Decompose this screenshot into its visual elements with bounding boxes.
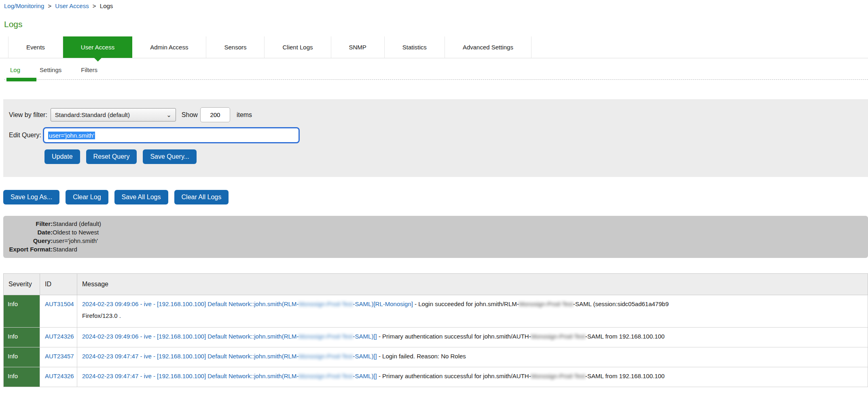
view-by-filter-label: View by filter: xyxy=(9,111,47,119)
summary-value: Standard (default) xyxy=(53,220,101,227)
summary-value: Oldest to Newest xyxy=(53,229,99,236)
chevron-down-icon: ⌄ xyxy=(166,113,171,117)
table-row: InfoAUT234572024-02-23 09:47:47 - ive - … xyxy=(4,347,868,367)
log-message: 2024-02-23 09:47:47 - ive - [192.168.100… xyxy=(77,347,868,367)
log-buttons: Save Log As...Clear LogSave All LogsClea… xyxy=(3,190,868,204)
log-id-link[interactable]: AUT31504 xyxy=(45,300,74,307)
tab-sensors[interactable]: Sensors xyxy=(206,36,265,58)
log-id-link[interactable]: AUT23457 xyxy=(45,353,74,360)
log-message-line: 2024-02-23 09:49:06 - ive - [192.168.100… xyxy=(82,298,863,310)
tab-snmp[interactable]: SNMP xyxy=(331,36,385,58)
log-table: SeverityIDMessage InfoAUT315042024-02-23… xyxy=(3,273,868,387)
severity-badge: Info xyxy=(4,367,40,387)
log-message-text: -SAML from 192.168.100.100 xyxy=(585,373,665,379)
tab-admin-access[interactable]: Admin Access xyxy=(132,36,206,58)
save-query-button[interactable]: Save Query... xyxy=(143,149,197,164)
show-label: Show xyxy=(182,111,198,119)
breadcrumb-separator: > xyxy=(91,2,98,9)
view-by-filter-select[interactable]: Standard:Standard (default) ⌄ xyxy=(51,108,176,121)
filter-summary: Filter:Standard (default)Date:Oldest to … xyxy=(3,216,868,258)
breadcrumb-user-access[interactable]: User Access xyxy=(55,2,89,9)
summary-label: Query: xyxy=(7,236,53,245)
breadcrumb: Log/Monitoring > User Access > Logs xyxy=(4,2,868,9)
summary-row: Export Format:Standard xyxy=(7,245,868,253)
sub-tab-bar: LogSettingsFilters xyxy=(4,66,868,80)
redacted-text: Monosign-Prod-Test xyxy=(299,333,353,340)
summary-row: Filter:Standard (default) xyxy=(7,219,868,228)
column-header-id: ID xyxy=(40,274,77,295)
column-header-message: Message xyxy=(77,274,868,295)
log-message-text: - Login succeeded for john.smith/RLM- xyxy=(413,300,519,307)
log-message-link[interactable]: -SAML)[] xyxy=(353,333,377,340)
edit-query-label: Edit Query: xyxy=(9,132,41,139)
table-row: InfoAUT243262024-02-23 09:49:06 - ive - … xyxy=(4,328,868,347)
redacted-text: Monosign-Prod-Test xyxy=(299,373,353,379)
tab-statistics[interactable]: Statistics xyxy=(385,36,445,58)
tab-events[interactable]: Events xyxy=(8,36,63,58)
table-row: InfoAUT315042024-02-23 09:49:06 - ive - … xyxy=(4,295,868,328)
subtab-filters[interactable]: Filters xyxy=(81,66,97,73)
summary-value: Standard xyxy=(53,246,77,253)
breadcrumb-log-monitoring[interactable]: Log/Monitoring xyxy=(4,2,44,9)
table-row: InfoAUT243262024-02-23 09:47:47 - ive - … xyxy=(4,367,868,387)
log-message-line: Firefox/123.0 . xyxy=(82,310,863,322)
log-message: 2024-02-23 09:49:06 - ive - [192.168.100… xyxy=(77,328,868,347)
redacted-text: Monosign-Prod-Test xyxy=(519,300,573,307)
log-message-link[interactable]: -SAML)[RL-Monosign] xyxy=(353,300,413,307)
log-message-link[interactable]: -SAML)[] xyxy=(353,373,377,379)
log-message-text: - Primary authentication successful for … xyxy=(377,373,531,379)
log-message-text: - Login failed. Reason: No Roles xyxy=(377,353,466,360)
summary-label: Date: xyxy=(7,228,53,236)
log-message-link[interactable]: 2024-02-23 09:49:06 - ive - [192.168.100… xyxy=(82,333,299,340)
log-message-link[interactable]: 2024-02-23 09:49:06 - ive - [192.168.100… xyxy=(82,300,299,307)
summary-value: user='john.smith' xyxy=(53,237,98,244)
update-button[interactable]: Update xyxy=(44,149,80,164)
tab-client-logs[interactable]: Client Logs xyxy=(265,36,331,58)
page-title: Logs xyxy=(4,19,868,29)
breadcrumb-logs: Logs xyxy=(100,2,113,9)
view-by-filter-value: Standard:Standard (default) xyxy=(55,111,130,118)
log-message-link[interactable]: 2024-02-23 09:47:47 - ive - [192.168.100… xyxy=(82,373,299,379)
edit-query-input[interactable]: user='john.smith' xyxy=(43,127,300,143)
summary-label: Filter: xyxy=(7,219,53,228)
main-tab-bar: EventsUser AccessAdmin AccessSensorsClie… xyxy=(0,36,868,58)
tab-advanced-settings[interactable]: Advanced Settings xyxy=(445,36,531,58)
log-message-line: 2024-02-23 09:47:47 - ive - [192.168.100… xyxy=(82,370,863,382)
redacted-text: Monosign-Prod-Test xyxy=(299,353,353,360)
log-message-link[interactable]: -SAML)[] xyxy=(353,353,377,360)
severity-badge: Info xyxy=(4,347,40,367)
column-header-severity: Severity xyxy=(4,274,40,295)
log-message-line: 2024-02-23 09:47:47 - ive - [192.168.100… xyxy=(82,350,863,362)
subtab-log[interactable]: Log xyxy=(10,66,20,73)
log-message: 2024-02-23 09:49:06 - ive - [192.168.100… xyxy=(77,295,868,328)
tab-user-access[interactable]: User Access xyxy=(63,36,132,58)
active-tab-pointer xyxy=(94,58,102,62)
severity-badge: Info xyxy=(4,328,40,347)
items-label: items xyxy=(237,111,252,119)
clear-all-logs-button[interactable]: Clear All Logs xyxy=(174,190,229,204)
filter-panel: View by filter: Standard:Standard (defau… xyxy=(3,99,868,177)
log-id-link[interactable]: AUT24326 xyxy=(45,333,74,340)
query-selected-text: user='john.smith' xyxy=(48,132,95,139)
severity-badge: Info xyxy=(4,295,40,328)
log-id-link[interactable]: AUT24326 xyxy=(45,373,74,379)
save-all-logs-button[interactable]: Save All Logs xyxy=(114,190,168,204)
summary-label: Export Format: xyxy=(7,245,53,253)
active-subtab-underline xyxy=(6,78,36,81)
log-message-text: -SAML from 192.168.100.100 xyxy=(585,333,665,340)
log-message-text: - Primary authentication successful for … xyxy=(377,333,531,340)
save-log-as-button[interactable]: Save Log As... xyxy=(3,190,59,204)
subtab-settings[interactable]: Settings xyxy=(40,66,61,73)
redacted-text: Monosign-Prod-Test xyxy=(299,300,353,307)
log-message: 2024-02-23 09:47:47 - ive - [192.168.100… xyxy=(77,367,868,387)
log-message-link[interactable]: 2024-02-23 09:47:47 - ive - [192.168.100… xyxy=(82,353,299,360)
show-items-input[interactable] xyxy=(200,107,230,122)
breadcrumb-separator: > xyxy=(46,2,53,9)
log-message-text: Firefox/123.0 . xyxy=(82,312,121,319)
summary-row: Query:user='john.smith' xyxy=(7,236,868,245)
reset-query-button[interactable]: Reset Query xyxy=(86,149,137,164)
summary-row: Date:Oldest to Newest xyxy=(7,228,868,236)
log-message-text: -SAML (session:sidc05ad61a479b9 xyxy=(573,300,669,307)
clear-log-button[interactable]: Clear Log xyxy=(66,190,108,204)
redacted-text: Monosign-Prod-Test xyxy=(531,373,585,379)
